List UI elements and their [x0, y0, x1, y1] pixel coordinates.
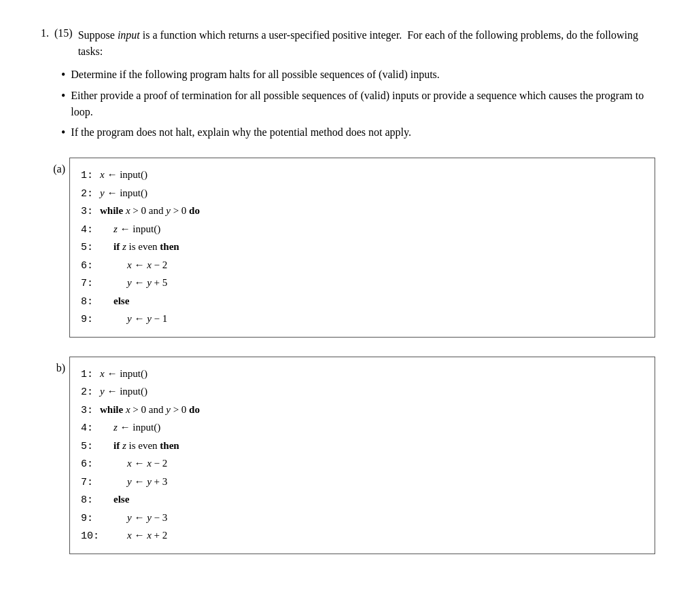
- code-a-line-9: 9: y ← y − 1: [81, 310, 644, 329]
- line-num-b2: 2:: [81, 384, 100, 401]
- line-num-a9: 9:: [81, 311, 100, 329]
- task-item-1: Determine if the following program halts…: [61, 67, 655, 84]
- subpart-b-container: b) 1: x ← input() 2: y ← input() 3: whil…: [41, 357, 655, 554]
- line-num-b4: 4:: [81, 420, 100, 437]
- line-content-a9: y ← y − 1: [127, 310, 167, 328]
- task-item-2-text: Either provide a proof of termination fo…: [71, 88, 655, 120]
- subpart-a-label: (a): [41, 158, 65, 175]
- code-b-line-9: 9: y ← y − 3: [81, 509, 644, 528]
- input-keyword: input: [118, 29, 140, 41]
- line-content-b4: z ← input(): [114, 419, 160, 437]
- line-content-a7: y ← y + 5: [127, 274, 167, 292]
- line-content-b2: y ← input(): [100, 383, 147, 401]
- line-num-a4: 4:: [81, 221, 100, 239]
- code-b-line-3: 3: while x > 0 and y > 0 do: [81, 401, 644, 420]
- line-num-a8: 8:: [81, 293, 100, 311]
- code-a-line-6: 6: x ← x − 2: [81, 257, 644, 275]
- line-content-b9: y ← y − 3: [127, 509, 167, 527]
- code-a-line-8: 8: else: [81, 293, 644, 311]
- subpart-a-codebox: 1: x ← input() 2: y ← input() 3: while x…: [69, 158, 655, 338]
- line-num-a6: 6:: [81, 257, 100, 275]
- problem-statement: 1. (15) Suppose input is a function whic…: [41, 27, 655, 141]
- line-content-b8: else: [114, 491, 129, 509]
- code-a-line-5: 5: if z is even then: [81, 238, 644, 257]
- line-content-a3: while x > 0 and y > 0 do: [100, 202, 200, 220]
- line-content-b6: x ← x − 2: [127, 455, 167, 473]
- line-num-a1: 1:: [81, 167, 100, 185]
- code-a-line-3: 3: while x > 0 and y > 0 do: [81, 202, 644, 221]
- line-num-b9: 9:: [81, 510, 100, 528]
- line-content-b10: x ← x + 2: [127, 527, 167, 545]
- task-item-3: If the program does not halt, explain wh…: [61, 124, 655, 141]
- problem-points: (15): [54, 27, 73, 39]
- line-content-b1: x ← input(): [100, 365, 147, 383]
- line-num-a5: 5:: [81, 239, 100, 257]
- code-b-line-10: 10: x ← x + 2: [81, 527, 644, 545]
- problem-number: 1.: [41, 27, 49, 39]
- line-num-b5: 5:: [81, 438, 100, 456]
- code-b-line-6: 6: x ← x − 2: [81, 455, 644, 473]
- code-b-line-1: 1: x ← input(): [81, 365, 644, 384]
- code-a-line-4: 4: z ← input(): [81, 221, 644, 239]
- code-b-line-4: 4: z ← input(): [81, 419, 644, 437]
- line-content-a5: if z is even then: [114, 238, 179, 256]
- code-a-line-2: 2: y ← input(): [81, 185, 644, 203]
- line-content-b5: if z is even then: [114, 437, 179, 455]
- task-item-3-text: If the program does not halt, explain wh…: [71, 124, 411, 141]
- task-item-2: Either provide a proof of termination fo…: [61, 88, 655, 120]
- line-num-b3: 3:: [81, 402, 100, 420]
- subpart-b-label: b): [41, 357, 65, 374]
- line-content-a2: y ← input(): [100, 185, 147, 202]
- line-num-b7: 7:: [81, 474, 100, 492]
- code-a-line-1: 1: x ← input(): [81, 166, 644, 185]
- line-num-a7: 7:: [81, 275, 100, 293]
- line-num-a2: 2:: [81, 185, 100, 203]
- code-b-line-7: 7: y ← y + 3: [81, 473, 644, 492]
- line-content-a8: else: [114, 293, 129, 310]
- line-num-b8: 8:: [81, 492, 100, 509]
- line-content-b3: while x > 0 and y > 0 do: [100, 401, 200, 419]
- task-item-1-text: Determine if the following program halts…: [71, 67, 440, 83]
- line-content-a1: x ← input(): [100, 166, 147, 184]
- line-num-b1: 1:: [81, 366, 100, 384]
- code-b-line-8: 8: else: [81, 491, 644, 509]
- problem-intro-text: Suppose input is a function which return…: [78, 27, 655, 60]
- code-b-line-2: 2: y ← input(): [81, 383, 644, 401]
- problem-number-row: 1. (15) Suppose input is a function whic…: [41, 27, 655, 60]
- line-num-a3: 3:: [81, 203, 100, 221]
- line-num-b10: 10:: [81, 528, 100, 545]
- line-num-b6: 6:: [81, 456, 100, 473]
- code-a-line-7: 7: y ← y + 5: [81, 274, 644, 293]
- line-content-a4: z ← input(): [114, 221, 160, 238]
- line-content-b7: y ← y + 3: [127, 473, 167, 491]
- code-b-line-5: 5: if z is even then: [81, 437, 644, 456]
- subpart-b-codebox: 1: x ← input() 2: y ← input() 3: while x…: [69, 357, 655, 554]
- subpart-a-container: (a) 1: x ← input() 2: y ← input() 3: whi…: [41, 158, 655, 338]
- task-list: Determine if the following program halts…: [61, 67, 655, 141]
- line-content-a6: x ← x − 2: [127, 257, 167, 274]
